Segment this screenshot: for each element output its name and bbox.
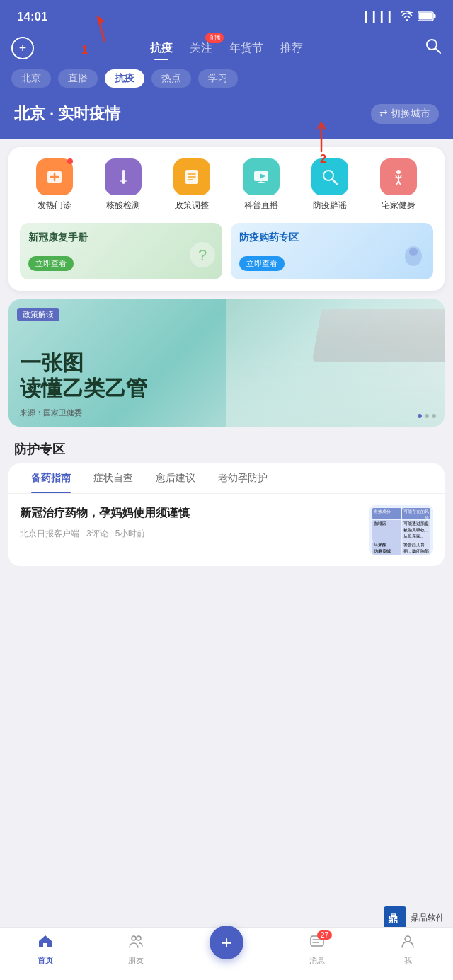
svg-point-33 xyxy=(405,936,411,942)
svg-text:鼎: 鼎 xyxy=(388,913,398,924)
promo-banners: 新冠康复手册 立即查看 ? 防疫购药专区 立即查看 xyxy=(20,223,433,279)
watermark-text: 鼎品软件 xyxy=(411,912,445,924)
action-label-fitness: 宅家健身 xyxy=(382,200,415,212)
add-button[interactable]: + xyxy=(11,37,34,59)
status-time: 14:01 xyxy=(17,10,47,24)
promo-title-medicine: 防疫购药专区 xyxy=(239,231,425,244)
policy-banner[interactable]: 政策解读 一张图读懂乙类乙管 来源：国家卫健委 xyxy=(8,299,445,427)
article-thumbnail: 有效成分 可能存在的风险 咖啡因 可能通过胎盘被胎儿吸收，从母亲家.. 马来酸伪… xyxy=(369,505,433,555)
rumor-icon xyxy=(311,158,348,195)
svg-line-25 xyxy=(398,181,401,185)
sub-nav-live[interactable]: 直播 xyxy=(58,69,98,88)
action-label-policy: 政策调整 xyxy=(175,200,209,212)
promo-btn-medicine[interactable]: 立即查看 xyxy=(239,256,285,271)
city-title: 北京 · 实时疫情 xyxy=(14,103,120,125)
tab-guanzhu[interactable]: 关注 直播 xyxy=(190,38,212,59)
red-dot xyxy=(67,158,73,164)
protection-card: 备药指南 症状自查 愈后建议 老幼孕防护 新冠治疗药物，孕妈妈使用须谨慎 北京日… xyxy=(8,463,445,566)
tab-medicine-guide[interactable]: 备药指南 xyxy=(20,463,82,493)
article-time: 5小时前 xyxy=(115,529,146,538)
signal-icon: ▎▎▎▎ xyxy=(365,11,396,23)
search-icon[interactable] xyxy=(425,38,442,59)
promo-icon-medicine xyxy=(399,241,428,274)
live-broadcast-icon xyxy=(243,158,280,195)
action-label-rumor: 防疫辟谣 xyxy=(313,200,347,212)
quick-actions-card: 发热门诊 核酸检测 xyxy=(8,147,445,291)
action-policy[interactable]: 政策调整 xyxy=(164,158,220,212)
nav-messages-label: 消息 xyxy=(309,955,325,966)
watermark: 鼎 鼎品软件 xyxy=(384,906,445,929)
promo-icon-question: ? xyxy=(188,241,217,274)
tab-elderly-protect[interactable]: 老幼孕防护 xyxy=(207,463,279,493)
action-live[interactable]: 科普直播 xyxy=(233,158,289,212)
svg-text:?: ? xyxy=(198,246,207,264)
article-item[interactable]: 新冠治疗药物，孕妈妈使用须谨慎 北京日报客户端 3评论 5小时前 有效成分 可能… xyxy=(8,494,445,566)
nav-friends[interactable]: 朋友 xyxy=(91,933,181,966)
nav-home[interactable]: 首页 xyxy=(0,933,91,966)
sub-nav-kangyi[interactable]: 抗疫 xyxy=(105,69,144,88)
action-label-fever: 发热门诊 xyxy=(38,200,71,212)
banner-main-text: 一张图读懂乙类乙管 xyxy=(20,350,147,401)
banner-source: 来源：国家卫健委 xyxy=(20,408,82,418)
tab-nianhuojie[interactable]: 年货节 xyxy=(229,38,263,59)
friends-icon xyxy=(128,933,144,953)
battery-icon xyxy=(418,11,436,23)
svg-point-10 xyxy=(122,181,125,184)
svg-line-4 xyxy=(435,48,440,53)
svg-point-30 xyxy=(132,936,136,940)
sub-nav-hot[interactable]: 热点 xyxy=(151,69,191,88)
nav-friends-label: 朋友 xyxy=(128,955,144,966)
nav-profile[interactable]: 我 xyxy=(362,933,453,966)
quick-actions-grid: 发热门诊 核酸检测 xyxy=(20,158,433,212)
nav-home-label: 首页 xyxy=(38,955,53,966)
action-fever-clinic[interactable]: 发热门诊 xyxy=(26,158,83,212)
promo-title-handbook: 新冠康复手册 xyxy=(28,231,214,244)
action-fitness[interactable]: 宅家健身 xyxy=(370,158,427,212)
switch-city-button[interactable]: ⇄ 切换城市 xyxy=(371,104,439,124)
nav-add[interactable]: + xyxy=(181,940,272,959)
header-nav: + 抗疫 关注 直播 年货节 推荐 xyxy=(0,31,453,65)
messages-badge-wrap: 27 xyxy=(309,933,325,953)
svg-rect-2 xyxy=(419,13,432,19)
watermark-logo: 鼎 xyxy=(384,906,406,929)
status-bar: 14:01 ▎▎▎▎ xyxy=(0,0,453,31)
sub-nav: 北京 直播 抗疫 热点 学习 xyxy=(0,65,453,95)
messages-badge: 27 xyxy=(317,930,332,940)
sub-nav-beijing[interactable]: 北京 xyxy=(11,69,51,88)
dot-1 xyxy=(418,414,422,418)
nav-messages[interactable]: 27 消息 xyxy=(272,933,362,966)
action-label-nucleic: 核酸检测 xyxy=(106,200,140,212)
dot-2 xyxy=(425,414,429,418)
nav-profile-label: 我 xyxy=(404,955,412,966)
tab-symptom-check[interactable]: 症状自查 xyxy=(82,463,144,493)
wifi-icon xyxy=(401,11,413,23)
article-comments: 3评论 xyxy=(86,529,108,538)
city-section: 北京 · 实时疫情 ⇄ 切换城市 xyxy=(0,95,453,139)
nav-add-button[interactable]: + xyxy=(210,926,243,959)
tab-kangyi[interactable]: 抗疫 xyxy=(150,38,173,59)
action-rumor[interactable]: 2 防疫辟谣 xyxy=(302,158,358,212)
nucleic-icon xyxy=(105,158,142,195)
tab-recovery[interactable]: 愈后建议 xyxy=(144,463,207,493)
svg-point-31 xyxy=(137,936,141,940)
promo-banner-medicine[interactable]: 防疫购药专区 立即查看 xyxy=(231,223,433,279)
svg-point-21 xyxy=(396,170,401,174)
sub-nav-study[interactable]: 学习 xyxy=(198,69,238,88)
home-icon xyxy=(38,933,53,953)
action-nucleic[interactable]: 核酸检测 xyxy=(95,158,151,212)
svg-point-29 xyxy=(409,248,418,256)
promo-banner-handbook[interactable]: 新冠康复手册 立即查看 ? xyxy=(20,223,222,279)
dot-3 xyxy=(432,414,436,418)
article-source: 北京日报客户端 xyxy=(20,529,79,538)
svg-line-20 xyxy=(332,179,337,184)
tab-tuijian[interactable]: 推荐 xyxy=(280,38,303,59)
article-title: 新冠治疗药物，孕妈妈使用须谨慎 xyxy=(20,505,361,521)
policy-icon xyxy=(173,158,210,195)
article-meta: 北京日报客户端 3评论 5小时前 xyxy=(20,528,361,540)
promo-btn-handbook[interactable]: 立即查看 xyxy=(28,256,74,271)
live-badge: 直播 xyxy=(205,33,224,43)
article-content: 新冠治疗药物，孕妈妈使用须谨慎 北京日报客户端 3评论 5小时前 xyxy=(20,505,361,540)
banner-tag: 政策解读 xyxy=(17,308,59,321)
header-tabs: 抗疫 关注 直播 年货节 推荐 xyxy=(34,38,419,59)
svg-rect-1 xyxy=(434,14,436,18)
